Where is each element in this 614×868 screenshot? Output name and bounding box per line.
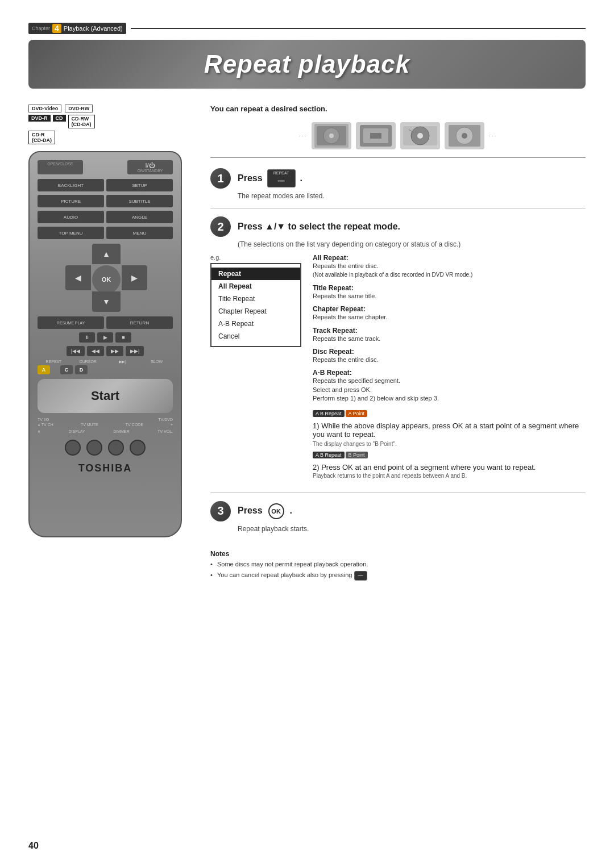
next-chapter-btn[interactable]: ▶▶| [126, 346, 144, 356]
step-1-press-line: Press REPEAT — . [238, 169, 302, 187]
play-btn[interactable]: ▶ [97, 332, 113, 343]
step-1-block: 1 Press REPEAT — . The repeat modes are … [210, 168, 586, 208]
step-3-period: . [290, 505, 292, 517]
a-btn[interactable]: A [38, 365, 50, 374]
desc-ab-repeat-text: Repeats the specified segment.Select and… [313, 377, 586, 403]
repeat-menu: Repeat All Repeat Title Repeat Chapter R… [210, 263, 301, 347]
menu-area: e.g. Repeat All Repeat Title Repeat Chap… [210, 254, 586, 479]
tv-code-label: TV CODE [126, 423, 143, 427]
note-1: Some discs may not permit repeat playbac… [210, 560, 586, 569]
desc-chapter-repeat: Chapter Repeat: Repeats the same chapter… [313, 305, 586, 322]
svg-point-3 [329, 133, 334, 138]
ab-badge-2: A B Repeat [313, 452, 345, 458]
ab-step1-text: 1) While the above display appears, pres… [313, 422, 586, 439]
skip-fwd-label: ▶▶| [106, 360, 139, 364]
dots-left: ··· [299, 133, 307, 139]
circle-btn-1[interactable] [65, 440, 81, 456]
desc-track-repeat: Track Repeat: Repeats the same track. [313, 327, 586, 343]
backlight-btn[interactable]: BACKLIGHT [38, 179, 104, 191]
ok-button-inline: OK [268, 503, 284, 519]
ab-display-change: The display changes to "B Point". [313, 441, 586, 447]
descriptions-col: All Repeat: Repeats the entire disc.(Not… [313, 254, 586, 479]
desc-all-repeat-title: All Repeat: [313, 254, 586, 262]
disc-image-4 [445, 122, 484, 149]
dpad-down-btn[interactable]: ▼ [92, 291, 121, 312]
topmenu-menu-row: TOP MENU MENU [38, 227, 173, 239]
circle-btn-2[interactable] [86, 440, 102, 456]
left-column: DVD-Video DVD-RW DVD-R CD CD-RW(CD-DA) C… [28, 105, 193, 583]
dimmer-label: DIMMER [113, 429, 129, 434]
resume-return-row: RESUME PLAY RETURN [38, 316, 173, 329]
disc-image-2 [356, 122, 396, 149]
open-close-btn[interactable]: OPEN/CLOSE [38, 160, 83, 174]
return-btn[interactable]: RETURN [106, 316, 173, 329]
chapter-line [131, 28, 586, 29]
dpad-up-btn[interactable]: ▲ [92, 244, 121, 264]
disc-image-3 [400, 122, 440, 149]
svg-point-13 [462, 133, 467, 139]
fwd-btn[interactable]: ▶▶ [106, 346, 123, 356]
dots-right: ··· [489, 133, 497, 139]
right-column: You can repeat a desired section. ··· [210, 105, 586, 583]
ab-point-badge-1: A Point [346, 410, 368, 417]
desc-track-repeat-text: Repeats the same track. [313, 335, 586, 343]
step-3-press-label: Press [238, 505, 263, 517]
circle-btn-4[interactable] [130, 440, 146, 456]
desc-title-repeat-text: Repeats the same title. [313, 292, 586, 301]
angle-btn[interactable]: ANGLE [106, 211, 173, 223]
subtitle-btn[interactable]: SUBTITLE [106, 195, 173, 207]
remote-top-buttons: OPEN/CLOSE I/⏻ ON/STANDBY [38, 160, 173, 174]
c-btn[interactable]: C [60, 365, 73, 374]
rew-btn[interactable]: ◀◀ [87, 346, 104, 356]
repeat-button-image: REPEAT — [267, 169, 296, 187]
chapter-number: 4 [52, 24, 61, 33]
resume-play-btn[interactable]: RESUME PLAY [38, 316, 104, 329]
ok-btn[interactable]: OK [92, 265, 121, 294]
setup-btn[interactable]: SETUP [106, 179, 173, 191]
audio-btn[interactable]: AUDIO [38, 211, 104, 223]
slow-label: SLOW [141, 360, 173, 364]
menu-item-cancel[interactable]: Cancel [211, 330, 300, 343]
cancel-repeat-button-ref: — [354, 571, 367, 581]
prev-chapter-btn[interactable]: |◀◀ [67, 346, 85, 356]
abcd-row: A C D [38, 365, 173, 374]
compat-dvd-video: DVD-Video [28, 105, 61, 112]
audio-angle-row: AUDIO ANGLE [38, 211, 173, 223]
picture-btn[interactable]: PICTURE [38, 195, 104, 207]
menu-item-title-repeat[interactable]: Title Repeat [211, 293, 300, 305]
menu-item-ab-repeat[interactable]: A-B Repeat [211, 318, 300, 330]
notes-section: Notes Some discs may not permit repeat p… [210, 550, 586, 581]
tv-io-label: TV I/O [38, 418, 49, 422]
display-label: DISPLAY [69, 429, 85, 434]
notes-title: Notes [210, 550, 586, 558]
repeat-btn-top: REPEAT [273, 171, 289, 175]
dpad-left-btn[interactable]: ◀ [65, 265, 91, 290]
ab-step2-note: Playback returns to the point A and repe… [313, 473, 586, 479]
stop-btn[interactable]: ■ [115, 332, 131, 343]
menu-item-chapter-repeat[interactable]: Chapter Repeat [211, 305, 300, 318]
step-3-note: Repeat playback starts. [238, 525, 586, 533]
top-menu-btn[interactable]: TOP MENU [38, 227, 104, 239]
desc-disc-repeat: Disc Repeat: Repeats the entire disc. [313, 348, 586, 364]
compat-cd: CD [53, 115, 66, 122]
tv-ch-label: ∧ TV CH [38, 423, 53, 427]
standby-btn[interactable]: I/⏻ ON/STANDBY [127, 160, 173, 174]
desc-all-repeat: All Repeat: Repeats the entire disc.(Not… [313, 254, 586, 279]
menu-btn[interactable]: MENU [106, 227, 173, 239]
desc-disc-repeat-text: Repeats the entire disc. [313, 356, 586, 364]
step-2-subtitle: (The selections on the list vary dependi… [238, 240, 586, 248]
title-banner: Repeat playback [28, 40, 586, 89]
desc-track-repeat-title: Track Repeat: [313, 327, 586, 335]
menu-item-all-repeat[interactable]: All Repeat [211, 280, 300, 293]
circle-btn-3[interactable] [108, 440, 124, 456]
dpad-right-btn[interactable]: ▶ [122, 265, 147, 290]
menu-item-repeat[interactable]: Repeat [211, 268, 300, 280]
ab-badge-1: A B Repeat [313, 410, 345, 417]
desc-all-repeat-text: Repeats the entire disc.(Not available i… [313, 262, 586, 279]
picture-subtitle-row: PICTURE SUBTITLE [38, 195, 173, 207]
pause-btn[interactable]: ⏸ [79, 332, 95, 343]
compat-cd-r: CD-R(CD-DA) [28, 131, 55, 144]
d-btn[interactable]: D [75, 365, 88, 374]
step-1-press-label: Press [238, 173, 263, 183]
disc-images-row: ··· [210, 122, 586, 158]
